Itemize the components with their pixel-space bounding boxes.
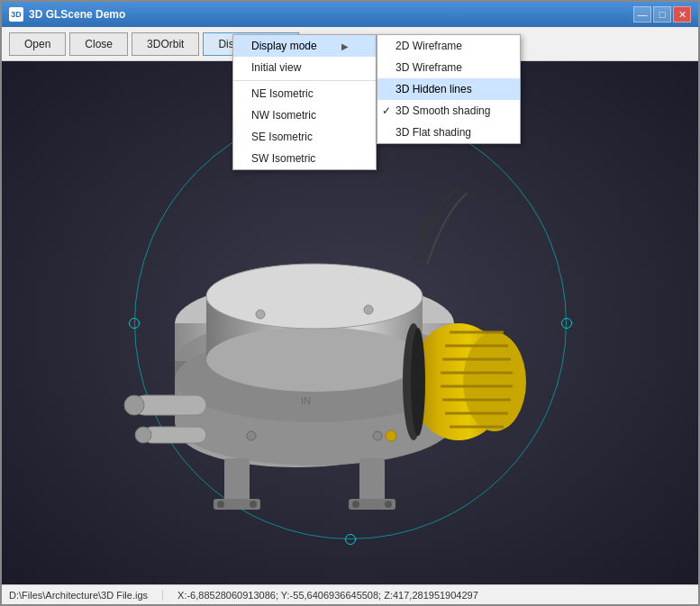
maximize-button[interactable]: □ — [653, 6, 671, 23]
dropdown-item-label: Initial view — [251, 61, 301, 74]
dropdown-item-initial-view[interactable]: Initial view — [233, 57, 376, 78]
submenu-item-label: 3D Flat shading — [395, 126, 471, 139]
dropdown-item-display-mode[interactable]: Display mode ▶ — [233, 35, 376, 57]
svg-text:IN: IN — [301, 395, 311, 406]
status-file-path: D:\Files\Architecture\3D File.igs — [9, 590, 163, 601]
status-bar: D:\Files\Architecture\3D File.igs X:-6,8… — [2, 584, 698, 604]
svg-point-37 — [364, 305, 373, 314]
title-bar-left: 3D 3D GLScene Demo — [9, 7, 125, 22]
dropdown-item-label: NE Isometric — [251, 87, 314, 100]
svg-point-35 — [385, 501, 392, 508]
submenu-display-mode: 2D Wireframe 3D Wireframe 3D Hidden line… — [377, 34, 521, 144]
dropdown-item-se-isometric[interactable]: SE Isometric — [233, 126, 376, 148]
close-button[interactable]: ✕ — [673, 6, 691, 23]
main-dropdown-menu: Display mode ▶ Initial view NE Isometric… — [232, 34, 377, 170]
svg-rect-24 — [134, 395, 206, 415]
dropdown-item-label: Display mode — [251, 40, 317, 52]
window-controls: — □ ✕ — [633, 6, 691, 23]
svg-point-41 — [411, 328, 425, 436]
main-window: 3D 3D GLScene Demo — □ ✕ Open Close 3DOr… — [0, 0, 700, 606]
app-icon: 3D — [9, 7, 23, 22]
dropdown-item-ne-isometric[interactable]: NE Isometric — [233, 83, 376, 104]
close-scene-button[interactable]: Close — [69, 32, 128, 56]
svg-point-27 — [135, 427, 151, 443]
svg-point-34 — [352, 501, 359, 508]
svg-point-39 — [373, 431, 382, 440]
svg-rect-26 — [143, 427, 206, 443]
dropdown-container: Display mode ▶ Initial view NE Isometric… — [232, 34, 377, 170]
svg-point-38 — [247, 431, 256, 440]
submenu-item-label: 3D Hidden lines — [395, 83, 472, 95]
submenu-item-hidden-lines[interactable]: 3D Hidden lines — [377, 78, 520, 100]
3d-model-svg: IN — [116, 116, 585, 530]
submenu-item-label: 2D Wireframe — [395, 40, 462, 52]
submenu-item-label: 3D Wireframe — [395, 61, 462, 74]
svg-point-13 — [206, 264, 423, 329]
submenu-item-smooth-shading[interactable]: ✓ 3D Smooth shading — [377, 100, 520, 122]
open-button[interactable]: Open — [9, 32, 66, 56]
svg-point-12 — [206, 327, 423, 392]
dropdown-item-nw-isometric[interactable]: NW Isometric — [233, 104, 376, 126]
checkmark-icon: ✓ — [382, 104, 391, 117]
svg-point-30 — [217, 501, 224, 508]
submenu-item-flat-shading[interactable]: 3D Flat shading — [377, 122, 520, 143]
title-bar: 3D 3D GLScene Demo — □ ✕ — [2, 2, 698, 27]
dropdown-separator-1 — [233, 80, 376, 81]
submenu-arrow-icon: ▶ — [341, 41, 349, 51]
submenu-item-label: 3D Smooth shading — [395, 104, 490, 117]
dropdown-item-label: SE Isometric — [251, 131, 313, 143]
submenu-item-3d-wireframe[interactable]: 3D Wireframe — [377, 57, 520, 78]
orbit-button[interactable]: 3DOrbit — [132, 32, 199, 56]
status-coordinates: X:-6,88528060913086; Y:-55,6406936645508… — [163, 590, 691, 601]
svg-point-42 — [386, 430, 396, 441]
svg-point-25 — [124, 395, 144, 415]
minimize-button[interactable]: — — [633, 6, 651, 23]
svg-point-36 — [256, 310, 265, 319]
window-title: 3D GLScene Demo — [29, 8, 125, 21]
svg-point-31 — [250, 501, 257, 508]
dropdown-item-label: SW Isometric — [251, 152, 315, 165]
dropdown-item-sw-isometric[interactable]: SW Isometric — [233, 148, 376, 169]
dropdown-item-label: NW Isometric — [251, 109, 316, 122]
submenu-item-2d-wireframe[interactable]: 2D Wireframe — [377, 35, 520, 57]
